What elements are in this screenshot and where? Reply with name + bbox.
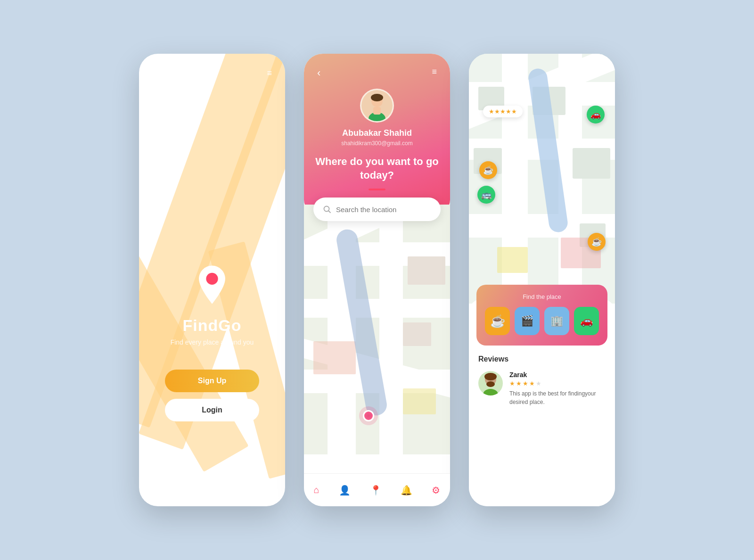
phone3-map-bg: ☕ ☕ 🚗 🚌 ★★★★★	[469, 54, 615, 304]
reviewer-avatar	[478, 371, 503, 395]
category-building[interactable]: 🏢	[544, 307, 569, 335]
nav-location[interactable]: 📍	[370, 485, 382, 496]
location-pin-icon	[191, 264, 233, 306]
review-content: Zarak ★ ★ ★ ★ ★ This app is the best for…	[509, 371, 606, 406]
star-5: ★	[536, 380, 541, 387]
user-email: shahidikram300@gmail.com	[341, 140, 413, 147]
login-button[interactable]: Login	[165, 399, 259, 421]
svg-point-9	[484, 373, 497, 380]
accent-divider	[369, 189, 385, 190]
map-pin-car: 🚗	[587, 106, 605, 124]
nav-profile[interactable]: 👤	[339, 485, 351, 496]
svg-point-0	[206, 273, 218, 285]
phone-1-findgo: ‹ ≡ FindGo Find every place around you S…	[139, 54, 285, 506]
nav-bell[interactable]: 🔔	[401, 485, 412, 496]
back-icon[interactable]: ‹	[152, 67, 156, 79]
search-bar-container	[313, 198, 441, 221]
star-3: ★	[523, 380, 528, 387]
stars-row: ★ ★ ★ ★ ★	[509, 380, 606, 387]
menu-icon[interactable]: ≡	[267, 68, 272, 78]
category-car[interactable]: 🚗	[574, 307, 599, 335]
svg-point-5	[324, 206, 329, 212]
reviews-section: Reviews Zarak ★ ★ ★	[469, 346, 615, 411]
svg-line-6	[329, 211, 331, 213]
nav-settings[interactable]: ⚙	[432, 485, 440, 496]
menu-icon[interactable]: ≡	[432, 67, 437, 79]
reviews-heading: Reviews	[478, 355, 606, 363]
where-heading: Where do you want to go today?	[304, 155, 450, 182]
phone1-content: FindGo Find every place around you Sign …	[139, 264, 285, 421]
phone2-topbar: ‹ ≡	[304, 67, 450, 79]
category-icons: ☕ 🎬 🏢 🚗	[485, 307, 599, 335]
bottom-nav: ⌂ 👤 📍 🔔 ⚙	[304, 473, 450, 506]
phone2-header: ‹ ≡ Abubakar Shahid shahidikram300@gmail…	[304, 54, 450, 214]
svg-rect-3	[373, 107, 381, 115]
search-input[interactable]	[336, 206, 431, 214]
map-pin-coffee2: ☕	[588, 233, 606, 251]
search-bar[interactable]	[313, 198, 441, 221]
category-cinema[interactable]: 🎬	[515, 307, 540, 335]
app-tagline: Find every place around you	[171, 338, 254, 346]
signup-button[interactable]: Sign Up	[165, 370, 259, 392]
search-icon	[323, 205, 331, 214]
map-pin-bus: 🚌	[477, 186, 495, 204]
review-item: Zarak ★ ★ ★ ★ ★ This app is the best for…	[478, 371, 606, 406]
find-place-title: Find the place	[485, 293, 599, 300]
phone-3-map: ☕ ☕ 🚗 🚌 ★★★★★ Find the place ☕ 🎬 🏢 🚗	[469, 54, 615, 506]
reviewer-name: Zarak	[509, 371, 606, 379]
svg-point-7	[483, 389, 498, 395]
review-text: This app is the best for findingyour des…	[509, 389, 606, 406]
find-place-card: Find the place ☕ 🎬 🏢 🚗	[476, 285, 607, 346]
star-1: ★	[509, 380, 515, 387]
svg-point-4	[371, 94, 383, 101]
phone3-bottom-sheet: Find the place ☕ 🎬 🏢 🚗 Reviews	[469, 299, 615, 506]
category-coffee[interactable]: ☕	[485, 307, 510, 335]
map-pin-coffee: ☕	[479, 161, 497, 179]
app-title: FindGo	[183, 316, 242, 335]
user-avatar	[360, 89, 394, 123]
star-4: ★	[529, 380, 535, 387]
user-name: Abubakar Shahid	[342, 128, 412, 138]
rating-badge: ★★★★★	[483, 106, 523, 117]
nav-home[interactable]: ⌂	[313, 485, 319, 495]
phone1-header: ‹ ≡	[139, 67, 285, 79]
svg-point-10	[486, 381, 495, 387]
star-2: ★	[516, 380, 522, 387]
phone-2-search: ‹ ≡ Abubakar Shahid shahidikram300@gmail…	[304, 54, 450, 506]
back-icon[interactable]: ‹	[317, 67, 320, 79]
phone2-map	[304, 205, 450, 454]
